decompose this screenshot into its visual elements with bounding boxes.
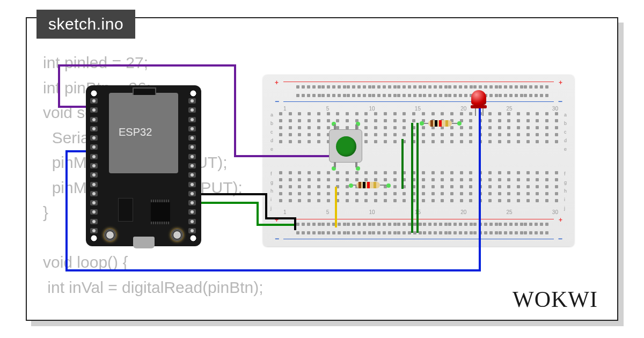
wokwi-logo: WOKWI [513,286,598,312]
led-red[interactable] [471,90,486,112]
row-letters-tl: abcde [270,112,273,152]
row-letters-tr: abcde [564,112,567,152]
en-button[interactable] [171,229,183,241]
connection-dot [420,121,424,126]
column-numbers-top: 151015202530 [283,106,558,112]
esp32-shield: ESP32 [109,93,178,173]
pushbutton[interactable] [329,129,362,163]
chip-label: ESP32 [119,126,152,138]
connection-dot [386,183,391,188]
file-tab[interactable]: sketch.ino [36,10,135,39]
row-letters-bl: fghij [270,171,273,211]
boot-button[interactable] [104,229,116,241]
usb-port [133,237,155,248]
editor-frame: int pinled = 27; int pinBtn = 26; void s… [26,17,618,321]
resistor-2[interactable] [423,120,457,127]
pin-header-left[interactable] [90,98,99,233]
row-letters-br: fghij [564,171,567,211]
pin-header-right[interactable] [188,98,197,233]
column-numbers-bottom: 151015202530 [283,209,558,215]
connection-dot [457,121,462,126]
regulator-ic [118,198,133,222]
resistor-1[interactable] [351,182,385,188]
connection-dot [349,183,353,188]
breadboard[interactable]: + + − − + + − − 151015202530 15101520253… [263,75,574,246]
esp32-board[interactable]: ESP32 [86,85,201,246]
power-rail-bottom[interactable]: + + − − [273,217,565,241]
usb-serial-ic [151,202,170,222]
terminal-strip-top[interactable] [279,112,558,147]
terminal-strip-bottom[interactable] [279,171,558,206]
power-rail-top[interactable]: + + − − [273,80,565,104]
